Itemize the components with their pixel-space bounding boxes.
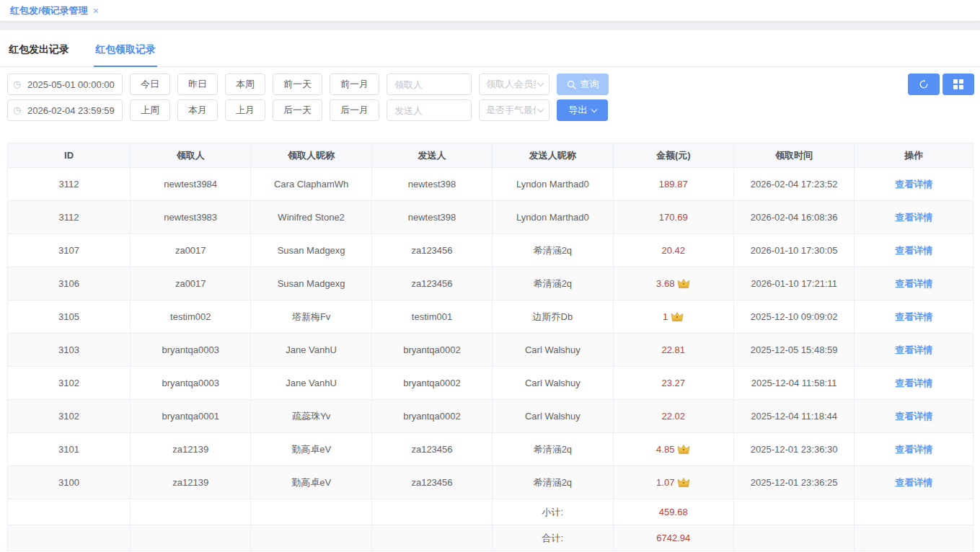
table-row: 3105testim002塔新梅Fvtestim001边斯乔Db12025-12… [8,301,974,334]
empty-cell [131,499,251,525]
quick-filter-button[interactable]: 前一月 [330,74,379,95]
id-cell: 3102 [8,367,131,400]
route-tab-active[interactable]: 红包发/领记录管理 × [10,4,99,17]
column-header: 金额(元) [613,143,733,168]
empty-cell [855,499,974,525]
receiver-nick-cell: 疏蕊珠Yv [251,400,371,433]
receiver-nick-cell: 塔新梅Fv [251,301,371,334]
receiver-cell: za12139 [131,433,251,466]
date-end-wrap: ◷ [7,99,123,121]
crown-icon [677,477,690,488]
records-table: ID领取人领取人昵称发送人发送人昵称金额(元)领取时间操作 3112newtes… [7,143,974,551]
action-cell: 查看详情 [855,234,974,267]
id-cell: 3106 [8,267,131,301]
receiver-nick-cell: 勤高卓eV [251,433,371,466]
date-start-input[interactable] [7,74,123,95]
table-row: 3102bryantqa0001疏蕊珠Yvbryantqa0002Carl Wa… [8,400,974,433]
sender-input[interactable] [387,99,472,121]
receiver-type-placeholder: 领取人会员类型 [486,78,536,91]
view-detail-link[interactable]: 查看详情 [895,444,932,455]
sender-cell: newtest398 [371,168,492,201]
table-row: 3103bryantqa0003Jane VanhUbryantqa0002Ca… [8,334,974,367]
date-end-input[interactable] [7,99,123,121]
quick-filter-button[interactable]: 昨日 [177,74,218,95]
view-detail-link[interactable]: 查看详情 [895,278,932,289]
receiver-cell: za0017 [131,234,251,267]
filter-bar: ◷ 今日昨日本周前一天前一月 领取人会员类型 查询 [0,67,980,121]
column-settings-button[interactable] [943,74,974,95]
view-detail-link[interactable]: 查看详情 [895,378,932,388]
quick-filter-button[interactable]: 本月 [177,99,218,121]
receiver-nick-cell: 勤高卓eV [251,466,371,499]
crown-icon [677,278,690,289]
quick-filter-button[interactable]: 今日 [130,74,170,95]
action-cell: 查看详情 [855,400,974,433]
main-content: 红包发出记录红包领取记录 ◷ 今日昨日本周前一天前一月 领取人会员类型 [0,30,980,552]
receiver-cell: testim002 [131,301,251,334]
quick-filter-button[interactable]: 上周 [130,99,170,121]
receiver-cell: bryantqa0001 [131,400,251,433]
empty-cell [371,499,492,525]
sender-nick-cell: 希清涵2q [493,267,613,301]
sender-cell: bryantqa0002 [371,334,492,367]
view-detail-link[interactable]: 查看详情 [895,477,932,488]
action-cell: 查看详情 [855,334,974,367]
sender-nick-cell: Carl Walshuy [493,367,613,400]
summary-value: 6742.94 [613,525,733,551]
quick-filter-button[interactable]: 后一月 [330,99,379,121]
sender-nick-cell: 希清涵2q [493,433,613,466]
route-tab-label: 红包发/领记录管理 [10,4,88,17]
quick-filter-button[interactable]: 后一天 [273,99,322,121]
tab-send-records[interactable]: 红包发出记录 [7,40,71,67]
sender-nick-cell: Carl Walshuy [493,400,613,433]
time-cell: 2026-02-04 16:08:36 [733,201,854,234]
summary-row: 小计:459.68 [8,499,974,525]
close-icon[interactable]: × [93,6,99,16]
records-table-wrap: ID领取人领取人昵称发送人发送人昵称金额(元)领取时间操作 3112newtes… [7,143,974,551]
id-cell: 3100 [8,466,131,499]
search-button[interactable]: 查询 [557,74,609,95]
chevron-down-icon [591,106,596,112]
action-cell: 查看详情 [855,367,974,400]
filter-rows: ◷ 今日昨日本周前一天前一月 领取人会员类型 查询 [7,74,609,121]
sender-cell: bryantqa0002 [371,367,492,400]
receiver-type-select[interactable]: 领取人会员类型 [479,74,549,95]
amount-cell: 170.69 [613,201,733,234]
quick-filter-button[interactable]: 本周 [225,74,265,95]
column-header: 发送人 [371,143,492,168]
best-luck-select[interactable]: 是否手气最佳 [479,99,549,121]
table-row: 3107za0017Susan Madgexgza123456希清涵2q20.4… [8,234,974,267]
time-cell: 2025-12-10 09:09:02 [733,301,854,334]
receiver-input[interactable] [387,74,472,95]
column-header: ID [8,143,131,168]
view-detail-link[interactable]: 查看详情 [895,311,932,322]
sender-nick-cell: 希清涵2q [493,466,613,499]
refresh-icon [919,79,929,89]
quick-filter-button[interactable]: 上月 [225,99,265,121]
sender-cell: bryantqa0002 [371,400,492,433]
time-cell: 2025-12-04 11:58:11 [733,367,854,400]
id-cell: 3112 [8,168,131,201]
quick-filter-button[interactable]: 前一天 [273,74,322,95]
tab-receive-records[interactable]: 红包领取记录 [94,40,157,67]
empty-cell [855,525,974,551]
best-luck-placeholder: 是否手气最佳 [486,104,536,117]
crown-icon [671,311,684,322]
summary-label: 合计: [493,525,613,551]
quick-buttons-row2: 上周本月上月后一天后一月 [130,99,379,121]
view-detail-link[interactable]: 查看详情 [895,179,932,190]
crown-icon [677,444,690,455]
time-cell: 2026-01-10 17:30:05 [733,234,854,267]
view-detail-link[interactable]: 查看详情 [895,411,932,422]
refresh-button[interactable] [908,74,940,95]
empty-cell [733,525,854,551]
amount-cell: 23.27 [613,367,733,400]
action-cell: 查看详情 [855,301,974,334]
view-detail-link[interactable]: 查看详情 [895,344,932,355]
receiver-cell: bryantqa0003 [131,367,251,400]
export-button[interactable]: 导出 [557,99,608,121]
empty-cell [371,525,492,551]
filter-row-1: ◷ 今日昨日本周前一天前一月 领取人会员类型 查询 [7,74,609,95]
view-detail-link[interactable]: 查看详情 [895,245,932,256]
view-detail-link[interactable]: 查看详情 [895,212,932,223]
